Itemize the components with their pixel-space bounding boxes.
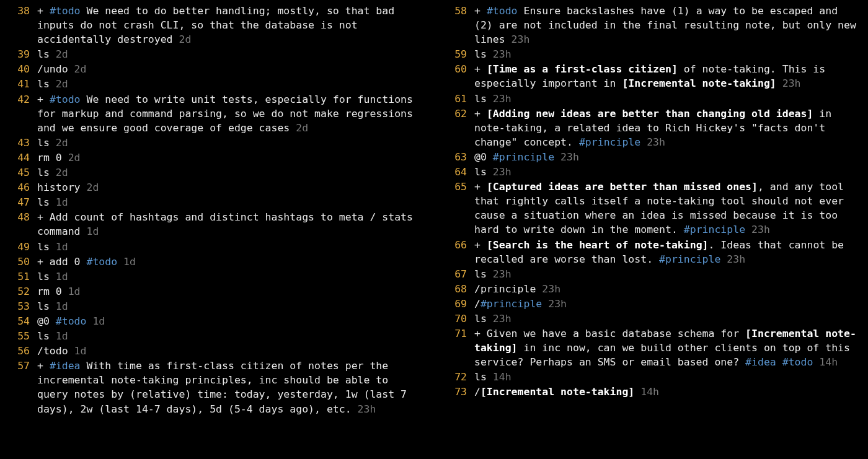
timestamp: 23h <box>727 253 745 265</box>
line-number: 63 <box>440 150 474 164</box>
text-segment: / <box>474 298 480 310</box>
text-segment: /undo <box>37 63 74 75</box>
timestamp: 14h <box>640 386 659 398</box>
text-segment: /principle <box>474 283 542 295</box>
timestamp: 23h <box>542 283 560 295</box>
timestamp: 23h <box>647 136 665 148</box>
text-segment: /todo <box>37 345 74 357</box>
line-content: ls 2d <box>37 165 420 180</box>
text-segment: ls <box>37 78 56 90</box>
timestamp: 14h <box>819 356 838 368</box>
hashtag: #principle <box>684 224 745 235</box>
link-token: [Incremental note-taking] <box>622 77 776 89</box>
line-number: 43 <box>2 136 37 150</box>
history-entry: 38+ #todo We need to do better handling;… <box>2 4 420 46</box>
text-segment: @0 <box>37 315 56 327</box>
link-token: [Captured ideas are better than missed o… <box>487 181 758 193</box>
text-segment <box>720 253 727 265</box>
line-content: ls 1d <box>37 269 420 284</box>
line-content: ls 23h <box>474 92 857 106</box>
hashtag: #idea <box>50 360 81 372</box>
line-content: ls 1d <box>37 329 420 343</box>
hashtag: #todo <box>86 256 117 268</box>
text-segment: ls <box>37 137 56 149</box>
line-content: history 2d <box>37 180 420 195</box>
text-segment: We need to do better handling; mostly, s… <box>37 5 401 45</box>
text-segment: ls <box>474 268 493 280</box>
line-content: + [Captured ideas are better than missed… <box>474 180 857 237</box>
text-segment: ls <box>37 167 56 178</box>
line-content: + Add count of hashtags and distinct has… <box>37 210 420 238</box>
text-segment: rm 0 <box>37 286 68 297</box>
line-number: 48 <box>2 210 37 224</box>
timestamp: 1d <box>56 330 68 342</box>
text-segment: history <box>37 181 86 193</box>
timestamp: 2d <box>296 122 308 134</box>
link-token: [Incremental note-taking] <box>480 386 634 398</box>
line-content: /principle 23h <box>474 282 857 296</box>
timestamp: 1d <box>68 286 81 297</box>
text-segment: + add 0 <box>37 256 86 268</box>
line-content: @0 #todo 1d <box>37 314 420 328</box>
history-entry: 42+ #todo We need to write unit tests, e… <box>2 92 420 135</box>
line-content: ls 23h <box>474 312 857 326</box>
timestamp: 2d <box>68 152 81 164</box>
line-number: 62 <box>440 107 474 121</box>
line-content: ls 1d <box>37 299 420 313</box>
history-entry: 63@0 #principle 23h <box>440 150 857 164</box>
text-segment: + <box>474 108 487 120</box>
line-number: 44 <box>2 151 37 165</box>
timestamp: 14h <box>493 371 512 383</box>
text-segment: ls <box>37 271 56 282</box>
line-content: /undo 2d <box>37 62 420 76</box>
line-number: 54 <box>2 314 37 328</box>
line-number: 42 <box>2 92 37 107</box>
line-number: 69 <box>440 297 474 311</box>
line-content: + #idea With time as first-class citizen… <box>37 359 420 416</box>
history-entry: 64ls 23h <box>440 165 857 179</box>
timestamp: 1d <box>56 241 68 253</box>
history-entry: 58+ #todo Ensure backslashes have (1) a … <box>440 4 857 46</box>
line-number: 61 <box>440 92 474 106</box>
line-number: 45 <box>2 165 37 180</box>
history-entry: 41ls 2d <box>2 77 420 91</box>
text-segment: ls <box>474 371 493 383</box>
line-content: + #todo Ensure backslashes have (1) a wa… <box>474 4 857 46</box>
line-number: 68 <box>440 282 474 296</box>
timestamp: 1d <box>56 271 68 282</box>
line-content: + #todo We need to do better handling; m… <box>37 4 420 46</box>
history-entry: 54@0 #todo 1d <box>2 314 420 328</box>
line-number: 41 <box>2 77 37 91</box>
timestamp: 23h <box>493 268 512 280</box>
timestamp: 23h <box>493 313 512 325</box>
history-entry: 51ls 1d <box>2 269 420 284</box>
text-segment <box>776 77 782 89</box>
history-entry: 62+ [Adding new ideas are better than ch… <box>440 107 857 149</box>
history-entry: 65+ [Captured ideas are better than miss… <box>440 180 857 237</box>
text-segment: With time as first-class citizen of note… <box>37 360 413 414</box>
history-entry: 39ls 2d <box>2 47 420 61</box>
text-segment <box>776 356 782 368</box>
history-entry: 73/[Incremental note-taking] 14h <box>440 385 857 399</box>
line-content: /[Incremental note-taking] 14h <box>474 385 857 399</box>
line-number: 64 <box>440 165 474 179</box>
timestamp: 23h <box>548 298 567 310</box>
hashtag: #todo <box>782 356 813 368</box>
line-number: 46 <box>2 180 37 195</box>
text-segment: ls <box>474 93 493 105</box>
line-number: 51 <box>2 269 37 284</box>
hashtag: #todo <box>56 315 87 327</box>
hashtag: #principle <box>659 253 720 265</box>
line-number: 57 <box>2 359 37 373</box>
text-segment <box>542 298 548 310</box>
history-list: 38+ #todo We need to do better handling;… <box>0 0 868 459</box>
timestamp: 23h <box>512 33 530 45</box>
history-entry: 72ls 14h <box>440 370 857 384</box>
timestamp: 23h <box>493 166 512 178</box>
timestamp: 1d <box>86 225 99 237</box>
text-segment <box>554 151 560 163</box>
line-number: 70 <box>440 312 474 326</box>
timestamp: 1d <box>56 196 68 208</box>
history-entry: 60+ [Time as a first-class citizen] of n… <box>440 62 857 90</box>
history-entry: 52rm 0 1d <box>2 284 420 299</box>
